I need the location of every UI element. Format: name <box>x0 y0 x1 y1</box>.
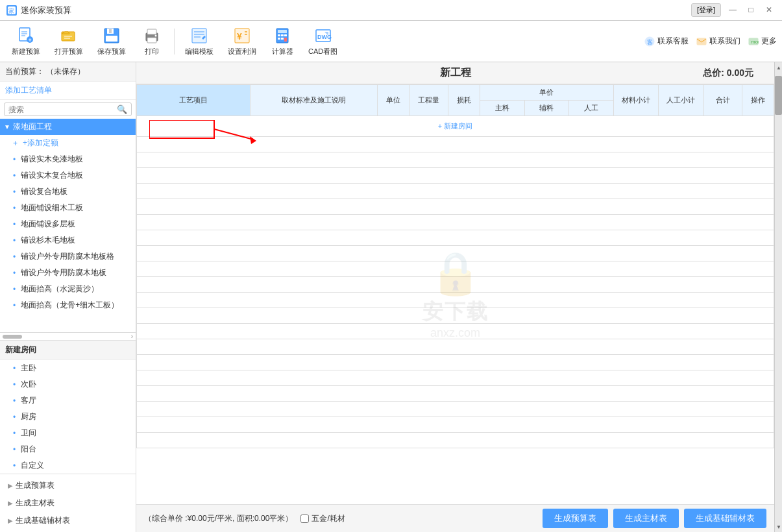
table-row <box>137 261 774 277</box>
print-button[interactable]: 打印 <box>134 25 170 58</box>
toolbar-divider-1 <box>174 29 175 54</box>
current-budget: 当前预算： （未保存） <box>0 62 136 82</box>
contact-us-button[interactable]: 联系我们 <box>696 36 740 47</box>
hardware-checkbox-input[interactable] <box>300 514 309 523</box>
contact-service-label: 联系客服 <box>657 36 689 47</box>
gen-budget-arrow-icon: ▶ <box>8 482 13 489</box>
bottom-bar: （综合单价 :¥0.00元/平米, 面积:0.00平米） 五金/耗材 生成预算表… <box>136 504 774 532</box>
add-craft-button[interactable]: 添加工艺清单 <box>0 82 136 100</box>
svg-point-18 <box>155 34 157 36</box>
more-button[interactable]: more 更多 <box>748 36 777 47</box>
cad-view-button[interactable]: DWG CAD看图 <box>302 25 344 58</box>
total-price: 总价: 0.00元 <box>703 67 753 79</box>
svg-rect-17 <box>147 38 156 43</box>
print-label: 打印 <box>145 47 159 56</box>
project-header: 新工程 总价: 0.00元 <box>136 62 774 84</box>
current-status: （未保存） <box>46 67 85 76</box>
room-item-living[interactable]: 客厅 <box>0 393 136 409</box>
craft-item-6[interactable]: 铺设户外专用防腐木地板格 <box>0 248 136 265</box>
horizontal-scrollbar[interactable]: › <box>0 332 136 340</box>
craft-item-2[interactable]: 铺设复合地板 <box>0 184 136 200</box>
craft-item-7[interactable]: 铺设户外专用防腐木地板 <box>0 265 136 281</box>
title-bar-right: [登录] — □ ✕ <box>691 3 776 17</box>
search-box: 🔍 <box>4 103 132 116</box>
gen-budget-button[interactable]: 生成预算表 <box>543 509 608 528</box>
room-item-master[interactable]: 主卧 <box>0 360 136 376</box>
new-budget-button[interactable]: + 新建预算 <box>5 25 47 58</box>
add-item-label: +添加定额 <box>23 138 58 149</box>
room-item-kitchen[interactable]: 厨房 <box>0 409 136 425</box>
bottom-buttons: 生成预算表 生成主材表 生成基础辅材表 <box>543 509 766 528</box>
svg-rect-14 <box>106 36 117 42</box>
gen-base-sidebar[interactable]: ▶ 生成基础辅材表 <box>0 512 136 529</box>
close-button[interactable]: ✕ <box>763 3 776 16</box>
room-item-bathroom[interactable]: 卫间 <box>0 425 136 441</box>
craft-item-9[interactable]: 地面抬高（龙骨+细木工板） <box>0 297 136 313</box>
gen-base-button[interactable]: 生成基础辅材表 <box>684 509 766 528</box>
save-budget-label: 保存预算 <box>97 47 126 56</box>
gen-budget-sidebar[interactable]: ▶ 生成预算表 <box>0 477 136 494</box>
craft-item-3[interactable]: 地面铺设细木工板 <box>0 200 136 216</box>
table-row <box>137 277 774 293</box>
room-item-custom[interactable]: 自定义 <box>0 457 136 474</box>
svg-rect-39 <box>697 38 706 45</box>
gen-base-sidebar-label: 生成基础辅材表 <box>16 515 70 526</box>
right-scrollbar[interactable]: ▲ ▼ <box>774 62 782 532</box>
scroll-up-arrow[interactable]: ▲ <box>775 62 782 73</box>
gen-material-arrow-icon: ▶ <box>8 500 13 507</box>
search-input[interactable] <box>8 105 117 114</box>
bottom-info: （综合单价 :¥0.00元/平米, 面积:0.00平米） <box>144 513 293 524</box>
room-item-balcony[interactable]: 阳台 <box>0 441 136 457</box>
app-icon: 家 <box>6 5 17 16</box>
gen-material-sidebar[interactable]: ▶ 生成主材表 <box>0 494 136 512</box>
col-operation: 操作 <box>742 85 774 116</box>
table-row <box>137 293 774 308</box>
col-labor: 人工 <box>569 101 614 116</box>
new-budget-label: 新建预算 <box>12 47 40 56</box>
col-spec: 取材标准及施工说明 <box>250 85 377 116</box>
craft-item-8[interactable]: 地面抬高（水泥黄沙） <box>0 281 136 297</box>
set-profit-button[interactable]: ¥ 设置利润 <box>221 25 263 58</box>
craft-item-1[interactable]: 铺设实木复合地板 <box>0 167 136 184</box>
edit-template-button[interactable]: 编辑模板 <box>178 25 220 58</box>
craft-item-5[interactable]: 铺设杉木毛地板 <box>0 232 136 248</box>
current-label: 当前预算： <box>5 67 44 76</box>
title-bar-left: 家 迷你家装预算 <box>6 5 71 16</box>
gen-material-button[interactable]: 生成主材表 <box>613 509 679 528</box>
set-profit-label: 设置利润 <box>228 47 256 56</box>
edit-template-icon <box>190 27 208 45</box>
category-arrow-icon: ▼ <box>4 123 10 130</box>
craft-category-floor[interactable]: ▼ 漆地面工程 <box>0 119 136 135</box>
scroll-down-arrow[interactable]: ▼ <box>775 522 782 532</box>
toolbar: + 新建预算 打开预算 保存预算 打印 编辑模板 <box>0 21 782 62</box>
calculator-button[interactable]: 计算器 <box>264 25 300 58</box>
col-craft-item: 工艺项目 <box>137 85 250 116</box>
login-button[interactable]: [登录] <box>691 3 721 17</box>
save-budget-button[interactable]: 保存预算 <box>91 25 132 58</box>
svg-rect-13 <box>109 29 112 33</box>
room-header: 新建房间 <box>0 341 136 360</box>
table-row <box>137 152 774 168</box>
contact-service-button[interactable]: 客 联系客服 <box>644 36 689 47</box>
craft-item-add[interactable]: +添加定额 <box>0 135 136 151</box>
scroll-track[interactable] <box>775 73 782 522</box>
title-bar: 家 迷你家装预算 [登录] — □ ✕ <box>0 0 782 21</box>
maximize-button[interactable]: □ <box>744 3 757 16</box>
minimize-button[interactable]: — <box>726 3 739 16</box>
craft-item-4[interactable]: 地面铺设多层板 <box>0 216 136 232</box>
table-row <box>137 230 774 246</box>
calculator-icon <box>273 27 291 45</box>
app-title: 迷你家装预算 <box>21 5 71 16</box>
new-room-btn[interactable]: + 新建房间 <box>137 116 774 137</box>
scroll-thumb[interactable] <box>775 76 782 115</box>
search-icon: 🔍 <box>117 104 127 114</box>
open-budget-icon <box>60 27 78 45</box>
hardware-checkbox[interactable]: 五金/耗材 <box>300 513 345 524</box>
open-budget-button[interactable]: 打开预算 <box>48 25 90 58</box>
table-row <box>137 355 774 370</box>
category-label: 漆地面工程 <box>13 121 52 132</box>
new-room-row[interactable]: + 新建房间 <box>137 116 774 137</box>
craft-item-0[interactable]: 铺设实木免漆地板 <box>0 151 136 167</box>
table-row <box>137 168 774 184</box>
room-item-second[interactable]: 次卧 <box>0 376 136 393</box>
